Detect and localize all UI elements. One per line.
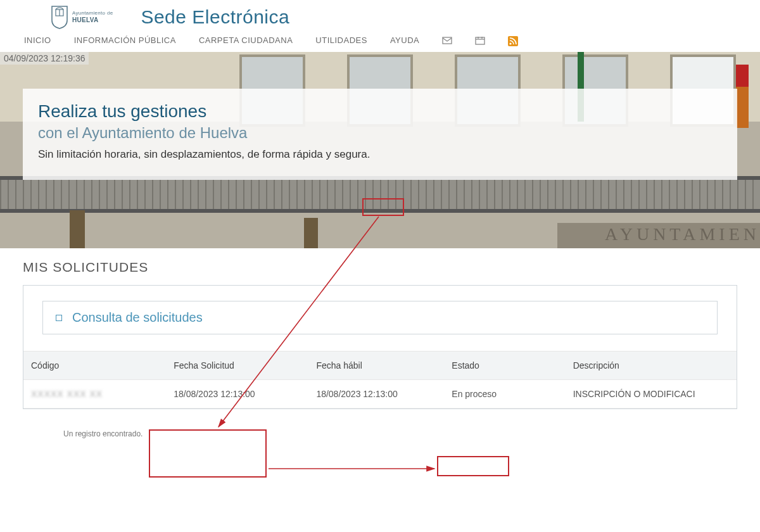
consulta-solicitudes-bar[interactable]: Consulta de solicitudes — [42, 301, 718, 334]
hero-subheading: con el Ayuntamiento de Huelva — [38, 124, 719, 142]
nav-utilidades[interactable]: UTILIDADES — [315, 35, 367, 45]
tagline-highlight: rápida — [293, 148, 323, 160]
mail-icon[interactable] — [442, 36, 452, 45]
cell-fecha-habil: 18/08/2023 12:13:00 — [308, 380, 444, 408]
rss-icon[interactable] — [508, 36, 518, 45]
hero-tagline: Sin limitación horaria, sin desplazamien… — [38, 148, 719, 161]
logo[interactable]: Ayuntamiento de HUELVA — [51, 5, 113, 29]
solicitudes-table: Código Fecha Solicitud Fecha hábil Estad… — [23, 351, 737, 408]
svg-rect-26 — [304, 218, 318, 248]
logo-bottom-text: HUELVA — [72, 16, 113, 23]
nav-carpeta[interactable]: CARPETA CIUDADANA — [199, 35, 293, 45]
th-estado[interactable]: Estado — [444, 352, 565, 380]
tagline-after: y segura. — [323, 148, 370, 160]
cell-fecha-solicitud: 18/08/2023 12:13:00 — [166, 380, 308, 408]
tagline-before: Sin limitación horaria, sin desplazamien… — [38, 148, 293, 160]
svg-rect-25 — [70, 210, 85, 248]
svg-rect-3 — [476, 37, 484, 44]
svg-rect-20 — [0, 209, 760, 213]
building-sign: AYUNTAMIEN — [605, 224, 760, 244]
th-descripcion[interactable]: Descripción — [566, 352, 737, 380]
timestamp: 04/09/2023 12:19:36 — [0, 52, 89, 65]
site-title: Sede Electrónica — [141, 6, 289, 28]
cell-codigo: XXXXX XXX XX — [31, 389, 103, 399]
mis-solicitudes-section: MIS SOLICITUDES Consulta de solicitudes … — [0, 248, 760, 438]
calendar-icon[interactable] — [475, 36, 485, 45]
table-row[interactable]: XXXXX XXX XX 18/08/2023 12:13:00 18/08/2… — [23, 380, 737, 408]
logo-top-text: Ayuntamiento de — [72, 11, 113, 16]
table-footer: Un registro encontrado. — [23, 423, 737, 438]
section-title: MIS SOLICITUDES — [23, 260, 737, 275]
cell-descripcion: INSCRIPCIÓN O MODIFICACI — [566, 380, 737, 408]
main-nav: INICIO INFORMACIÓN PÚBLICA CARPETA CIUDA… — [0, 32, 760, 52]
shield-icon — [51, 5, 68, 29]
cell-estado: En proceso — [444, 380, 565, 408]
nav-ayuda[interactable]: AYUDA — [390, 35, 419, 45]
svg-rect-16 — [0, 179, 760, 212]
table-header-row: Código Fecha Solicitud Fecha hábil Estad… — [23, 352, 737, 380]
hero-card: Realiza tus gestiones con el Ayuntamient… — [23, 89, 737, 180]
th-fecha-solicitud[interactable]: Fecha Solicitud — [166, 352, 308, 380]
solicitudes-panel: Consulta de solicitudes Código Fecha Sol… — [23, 285, 737, 409]
svg-rect-7 — [508, 36, 518, 46]
th-fecha-habil[interactable]: Fecha hábil — [308, 352, 444, 380]
svg-rect-2 — [443, 37, 452, 44]
hero-heading: Realiza tus gestiones — [38, 101, 719, 122]
consulta-label: Consulta de solicitudes — [72, 310, 203, 325]
nav-informacion[interactable]: INFORMACIÓN PÚBLICA — [74, 35, 176, 45]
nav-inicio[interactable]: INICIO — [24, 35, 51, 45]
svg-point-8 — [510, 42, 512, 44]
annotation-box-estado — [437, 456, 509, 476]
square-bullet-icon — [56, 315, 62, 321]
th-codigo[interactable]: Código — [23, 352, 166, 380]
hero-banner: AYUNTAMIEN 04/09/2023 12:19:36 Realiza t… — [0, 52, 760, 248]
header-bar: Ayuntamiento de HUELVA Sede Electrónica — [0, 0, 760, 32]
svg-rect-23 — [736, 65, 749, 87]
